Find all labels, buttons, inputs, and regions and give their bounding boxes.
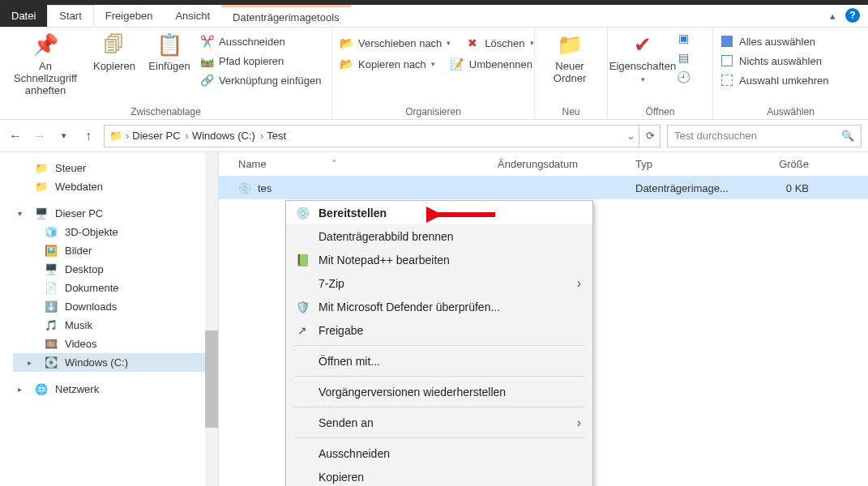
tree-item-thispc[interactable]: ▾🖥️Dieser PC (13, 204, 215, 223)
help-icon[interactable]: ? (845, 8, 860, 23)
group-clipboard-label: Zwischenablage (6, 104, 325, 117)
properties-button[interactable]: ✔ Eigenschaften (614, 31, 671, 84)
tab-imagetools[interactable]: Datenträgerimagetools (221, 5, 351, 27)
ctx-mount[interactable]: 💿Bereitstellen (286, 201, 592, 224)
select-none-button[interactable]: Nichts auswählen (720, 53, 829, 68)
ctx-7zip[interactable]: 7-Zip› (286, 271, 592, 295)
cut-button[interactable]: ✂️Ausschneiden (199, 34, 322, 49)
copypath-label: Pfad kopieren (219, 55, 284, 67)
tree-label: Webdaten (55, 181, 103, 193)
edit-button[interactable]: ▤ (676, 50, 691, 65)
col-type[interactable]: Typ (635, 158, 757, 170)
ribbon-tabs: Datei Start Freigeben Ansicht Datenträge… (0, 5, 868, 28)
desktop-icon: 🖥️ (44, 263, 58, 275)
chevron-right-icon[interactable]: › (126, 130, 129, 142)
ctx-defender[interactable]: 🛡️Mit Microsoft Defender überprüfen... (286, 295, 592, 318)
video-icon: 🎞️ (44, 338, 58, 350)
copy-path-button[interactable]: 🛤️Pfad kopieren (199, 53, 322, 68)
tree-item-documents[interactable]: 📄Dokumente (13, 279, 215, 297)
tree-item-music[interactable]: 🎵Musik (13, 316, 215, 335)
selectall-icon (720, 34, 734, 49)
tree-item-desktop[interactable]: 🖥️Desktop (13, 260, 215, 279)
col-name[interactable]: Name˄ (238, 158, 498, 170)
forward-button[interactable]: → (31, 129, 49, 143)
chevron-right-icon[interactable]: ▸ (18, 385, 28, 394)
breadcrumb[interactable]: 📁 › Dieser PC› Windows (C:)› Test ⌄ ⟳ (104, 125, 661, 147)
paste-icon: 📋 (156, 31, 183, 58)
copy-label: Kopieren (93, 60, 135, 72)
col-size[interactable]: Größe (757, 158, 822, 170)
rename-icon: 📝 (450, 57, 464, 71)
tree-label: Musik (65, 319, 92, 331)
tab-start[interactable]: Start (47, 5, 93, 27)
open-button[interactable]: ▣ (676, 31, 691, 45)
selectnone-icon (720, 53, 734, 68)
delete-button[interactable]: ✖Löschen (465, 36, 533, 50)
select-all-button[interactable]: Alles auswählen (720, 34, 829, 49)
tree-item-steuer[interactable]: 📁Steuer (13, 159, 215, 177)
history-button[interactable]: 🕘 (676, 70, 691, 84)
copy-button[interactable]: 🗐 Kopieren (89, 31, 139, 72)
tree-item-downloads[interactable]: ⬇️Downloads (13, 297, 215, 316)
cut-label: Ausschneiden (219, 36, 285, 48)
move-to-button[interactable]: 📂Verschieben nach (339, 36, 451, 50)
address-dropdown-icon[interactable]: ⌄ (626, 130, 635, 142)
ctx-notepadpp[interactable]: 📗Mit Notepad++ bearbeiten (286, 248, 592, 271)
up-button[interactable]: ↑ (79, 129, 97, 143)
tree-item-network[interactable]: ▸🌐Netzwerk (13, 380, 215, 399)
file-name: tes (258, 182, 498, 194)
back-button[interactable]: ← (6, 129, 24, 143)
ctx-cut[interactable]: Ausschneiden (286, 441, 592, 465)
chevron-right-icon: › (186, 130, 189, 142)
breadcrumb-drive[interactable]: Windows (C:)› (192, 130, 263, 142)
paste-button[interactable]: 📋 Einfügen (144, 31, 195, 72)
check-icon: ✔ (629, 31, 656, 58)
new-folder-button[interactable]: 📁 Neuer Ordner (541, 31, 598, 84)
copy-to-button[interactable]: 📂Kopieren nach (339, 57, 435, 71)
ctx-mount-label: Bereitstellen (319, 207, 387, 220)
breadcrumb-pc[interactable]: Dieser PC› (132, 130, 189, 142)
ctx-sendto[interactable]: Senden an› (286, 411, 592, 434)
chevron-right-icon[interactable]: ▸ (28, 358, 37, 367)
tree-item-videos[interactable]: 🎞️Videos (13, 335, 215, 353)
sidebar-scrollbar[interactable] (205, 152, 218, 486)
moveto-label: Verschieben nach (358, 37, 442, 49)
search-input[interactable]: Test durchsuchen 🔍 (667, 125, 862, 147)
collapse-ribbon-icon[interactable]: ▴ (830, 5, 840, 27)
ctx-share[interactable]: ↗Freigabe (286, 318, 592, 342)
drive-icon: 💽 (44, 356, 58, 369)
breadcrumb-folder[interactable]: Test (267, 130, 286, 142)
download-icon: ⬇️ (44, 301, 58, 313)
selectall-label: Alles auswählen (739, 36, 815, 48)
column-headers[interactable]: Name˄ Änderungsdatum Typ Größe (219, 152, 868, 177)
tree-item-pictures[interactable]: 🖼️Bilder (13, 241, 215, 260)
pin-quickaccess-button[interactable]: 📌 An Schnellzugriff anheften (6, 31, 84, 96)
chevron-right-icon: › (260, 130, 263, 142)
chevron-down-icon[interactable]: ▾ (18, 209, 28, 218)
tree-label: Dokumente (65, 282, 118, 294)
ctx-burn[interactable]: Datenträgerabbild brennen (286, 224, 592, 248)
tab-datei[interactable]: Datei (0, 5, 47, 27)
folder-icon: 📁 (109, 130, 122, 142)
ctx-openwith[interactable]: Öffnen mit... (286, 349, 592, 373)
recent-dropdown[interactable]: ▾ (55, 130, 73, 141)
tree-item-webdaten[interactable]: 📁Webdaten (13, 177, 215, 196)
rename-button[interactable]: 📝Umbenennen (450, 57, 532, 71)
iso-file-icon: 💿 (238, 182, 253, 194)
tab-ansicht[interactable]: Ansicht (164, 5, 221, 27)
ctx-copy[interactable]: Kopieren (286, 465, 592, 486)
invert-selection-button[interactable]: Auswahl umkehren (720, 73, 829, 87)
scrollbar-thumb[interactable] (205, 330, 218, 428)
file-row[interactable]: 💿 tes Datenträgerimage... 0 KB (219, 177, 868, 199)
refresh-button[interactable]: ⟳ (639, 126, 655, 147)
selectinvert-icon (720, 73, 734, 87)
shortcut-icon: 🔗 (199, 73, 214, 87)
col-date[interactable]: Änderungsdatum (498, 158, 635, 170)
tab-freigeben[interactable]: Freigeben (94, 5, 165, 27)
tree-item-3dobjects[interactable]: 🧊3D-Objekte (13, 223, 215, 241)
paste-shortcut-button[interactable]: 🔗Verknüpfung einfügen (199, 73, 322, 87)
tree-item-drive-c[interactable]: ▸💽Windows (C:) (13, 353, 215, 372)
ctx-prev-versions[interactable]: Vorgängerversionen wiederherstellen (286, 380, 592, 403)
folder-icon: 📁 (34, 162, 49, 174)
pastelink-label: Verknüpfung einfügen (219, 75, 322, 87)
